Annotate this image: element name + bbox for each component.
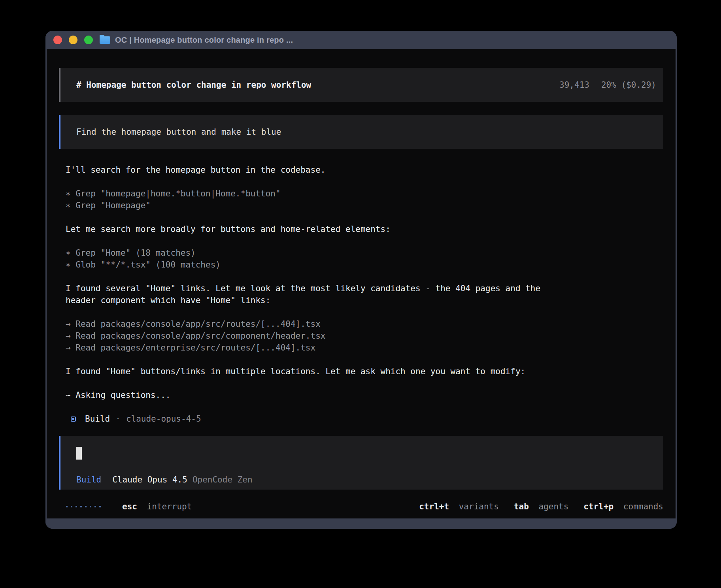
- spinner-dot: [66, 506, 68, 507]
- spinner-dot: [75, 506, 77, 507]
- tool-call-line: ∗ Grep "Homepage": [66, 200, 663, 211]
- assistant-paragraph: I found several "Home" links. Let me loo…: [66, 283, 663, 306]
- shortcut-variants: ctrl+t variants: [419, 501, 499, 513]
- agent-name: Build: [85, 413, 110, 425]
- spinner-dot: [99, 506, 101, 507]
- transcript: I'll search for the homepage button in t…: [66, 164, 663, 401]
- provider-label: OpenCode Zen: [193, 474, 253, 486]
- assistant-paragraph: Let me search more broadly for buttons a…: [66, 223, 663, 235]
- tool-call-line: ∗ Glob "**/*.tsx" (100 matches): [66, 259, 663, 271]
- input-meta: Build Claude Opus 4.5 OpenCode Zen: [76, 474, 656, 486]
- agent-status-row: Build · claude-opus-4-5: [66, 413, 663, 425]
- spinner-dots: [66, 506, 101, 507]
- spinner-dot: [80, 506, 82, 507]
- assistant-paragraph: ~ Asking questions...: [66, 389, 663, 401]
- shortcut-commands: ctrl+p commands: [583, 501, 663, 513]
- mode-label[interactable]: Build: [76, 474, 101, 486]
- tool-call-line: ∗ Grep "Home" (18 matches): [66, 247, 663, 259]
- agent-icon: [71, 416, 76, 422]
- key-esc-label: interrupt: [147, 502, 192, 511]
- window-title: OC | Homepage button color change in rep…: [115, 36, 293, 45]
- terminal-window: OC | Homepage button color change in rep…: [45, 31, 677, 529]
- user-message: Find the homepage button and make it blu…: [59, 115, 663, 149]
- spinner-dot: [71, 506, 72, 507]
- assistant-text-line: ~ Asking questions...: [66, 389, 663, 401]
- key-ctrl-p-label: commands: [623, 502, 663, 511]
- tool-call-group: ∗ Grep "Home" (18 matches)∗ Glob "**/*.t…: [66, 247, 663, 271]
- tool-call-line: → Read packages/console/app/src/routes/[…: [66, 318, 663, 330]
- shortcut-interrupt: esc interrupt: [122, 501, 192, 513]
- folder-icon: [100, 36, 110, 44]
- tool-call-line: ∗ Grep "homepage|home.*button|Home.*butt…: [66, 188, 663, 200]
- context-usage: 20% ($0.29): [601, 79, 656, 91]
- text-cursor: [76, 447, 82, 460]
- model-label[interactable]: Claude Opus 4.5: [112, 474, 187, 486]
- assistant-text-line: Let me search more broadly for buttons a…: [66, 223, 663, 235]
- minimize-button[interactable]: [69, 36, 77, 44]
- assistant-paragraph: I'll search for the homepage button in t…: [66, 164, 663, 176]
- spinner-dot: [85, 506, 87, 507]
- agent-separator: ·: [115, 413, 121, 425]
- assistant-text-line: I'll search for the homepage button in t…: [66, 164, 663, 176]
- key-ctrl-t: ctrl+t: [419, 502, 449, 511]
- traffic-lights: [53, 36, 93, 44]
- session-header: # Homepage button color change in repo w…: [59, 68, 663, 102]
- tool-call-line: → Read packages/console/app/src/componen…: [66, 330, 663, 342]
- session-metrics: 39,413 20% ($0.29): [559, 79, 656, 91]
- prompt-input[interactable]: Build Claude Opus 4.5 OpenCode Zen: [59, 436, 663, 490]
- status-right: ctrl+t variants tab agents ctrl+p comman…: [419, 501, 663, 513]
- status-bar: esc interrupt ctrl+t variants tab agents…: [59, 501, 663, 513]
- spinner-dot: [94, 506, 96, 507]
- spinner-dot: [90, 506, 91, 507]
- assistant-text-line: I found "Home" buttons/links in multiple…: [66, 366, 663, 377]
- tool-call-group: ∗ Grep "homepage|home.*button|Home.*butt…: [66, 188, 663, 211]
- status-left: esc interrupt: [59, 501, 192, 513]
- session-title: # Homepage button color change in repo w…: [76, 79, 311, 91]
- key-ctrl-p: ctrl+p: [583, 502, 613, 511]
- key-tab-label: agents: [538, 502, 568, 511]
- token-count: 39,413: [559, 79, 589, 91]
- tool-call-line: → Read packages/enterprise/src/routes/[.…: [66, 342, 663, 354]
- close-button[interactable]: [53, 36, 62, 44]
- agent-model: claude-opus-4-5: [126, 413, 201, 425]
- tool-call-group: → Read packages/console/app/src/routes/[…: [66, 318, 663, 354]
- user-message-text: Find the homepage button and make it blu…: [76, 127, 281, 137]
- key-ctrl-t-label: variants: [459, 502, 499, 511]
- window-bottom-edge: [45, 518, 677, 529]
- terminal-content: # Homepage button color change in repo w…: [47, 49, 676, 518]
- shortcut-agents: tab agents: [514, 501, 568, 513]
- assistant-text-line: I found several "Home" links. Let me loo…: [66, 283, 663, 294]
- key-esc: esc: [122, 502, 137, 511]
- window-titlebar[interactable]: OC | Homepage button color change in rep…: [45, 31, 677, 49]
- zoom-button[interactable]: [84, 36, 93, 44]
- assistant-paragraph: I found "Home" buttons/links in multiple…: [66, 366, 663, 377]
- key-tab: tab: [514, 502, 529, 511]
- assistant-text-line: header component which have "Home" links…: [66, 294, 663, 306]
